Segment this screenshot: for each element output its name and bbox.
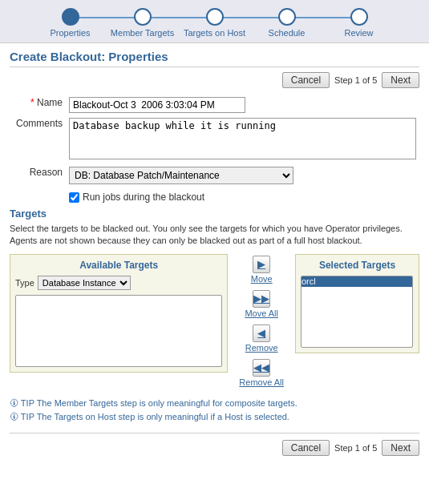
move-arrow-icon: ▶ (253, 256, 270, 273)
remove-all-label: Remove All (239, 377, 284, 387)
available-targets-listbox[interactable] (15, 295, 222, 367)
move-label: Move (251, 274, 273, 284)
comments-label: Comments (16, 118, 63, 129)
reason-select-cell: DB: Database Patch/Maintenance Hardware … (66, 164, 419, 187)
reason-select[interactable]: DB: Database Patch/Maintenance Hardware … (69, 167, 293, 184)
step-label-host: Targets on Host (184, 28, 245, 38)
cancel-button-bottom[interactable]: Cancel (282, 440, 330, 456)
remove-all-arrow-icon: ◀◀ (253, 359, 270, 377)
top-action-bar: Cancel Step 1 of 5 Next (10, 72, 419, 88)
page-title: Create Blackout: Properties (10, 50, 419, 67)
step-schedule[interactable]: Schedule (251, 8, 323, 38)
next-button-top[interactable]: Next (382, 72, 419, 88)
targets-section-title: Targets (10, 208, 419, 220)
reason-row: Reason DB: Database Patch/Maintenance Ha… (10, 164, 419, 187)
tip-text-0: TIP The Member Targets step is only mean… (21, 398, 297, 408)
name-input-cell (66, 95, 419, 115)
cancel-button-top[interactable]: Cancel (282, 72, 330, 88)
form-table: * Name Comments Database backup while it… (10, 95, 419, 187)
comments-input-cell: Database backup while it is running (66, 115, 419, 164)
remove-all-button[interactable]: ◀◀ Remove All (237, 357, 285, 389)
available-targets-panel: Available Targets Type Database Instance… (10, 254, 228, 373)
step-review[interactable]: Review (323, 8, 395, 38)
name-label-cell: * Name (10, 95, 66, 115)
step-info-top: Step 1 of 5 (334, 75, 377, 85)
step-circle-properties (62, 8, 79, 26)
bottom-action-bar: Cancel Step 1 of 5 Next (10, 433, 419, 456)
reason-label: Reason (30, 167, 63, 178)
selected-targets-panel: Selected Targets orcl (295, 254, 419, 353)
step-circle-host (206, 8, 224, 26)
step-member-targets[interactable]: Member Targets (107, 8, 179, 38)
available-panel-title: Available Targets (15, 260, 222, 271)
step-label-review: Review (344, 28, 373, 38)
selected-item-orcl[interactable]: orcl (302, 276, 412, 287)
comments-label-cell: Comments (10, 115, 66, 164)
move-buttons-column: ▶ Move ▶▶ Move All ◀ Remove ◀◀ Remove Al… (234, 254, 289, 389)
reason-label-cell: Reason (10, 164, 66, 187)
next-button-bottom[interactable]: Next (382, 440, 419, 456)
selected-targets-listbox[interactable]: orcl (301, 276, 413, 348)
checkbox-row: Run jobs during the blackout (69, 192, 419, 203)
name-input[interactable] (69, 97, 245, 113)
step-info-bottom: Step 1 of 5 (334, 443, 377, 453)
tips-section: 🛈 TIP The Member Targets step is only me… (10, 397, 419, 425)
step-circle-schedule (278, 8, 296, 26)
required-star: * (30, 97, 34, 108)
type-row: Type Database Instance Host Cluster Appl… (15, 276, 222, 290)
wizard-steps: Properties Member Targets Targets on Hos… (0, 0, 429, 43)
run-jobs-label: Run jobs during the blackout (83, 192, 204, 203)
page-content: Create Blackout: Properties Cancel Step … (0, 43, 429, 462)
comments-row: Comments Database backup while it is run… (10, 115, 419, 164)
move-all-button[interactable]: ▶▶ Move All (243, 288, 280, 320)
targets-description: Select the targets to be blacked out. Yo… (10, 223, 419, 248)
tip-icon-1: 🛈 (10, 412, 18, 421)
step-label-schedule: Schedule (269, 28, 306, 38)
name-label: Name (37, 97, 63, 108)
move-button[interactable]: ▶ Move (249, 254, 274, 285)
step-circle-review (350, 8, 368, 26)
comments-textarea[interactable]: Database backup while it is running (69, 118, 416, 159)
tip-0: 🛈 TIP The Member Targets step is only me… (10, 397, 419, 411)
tip-icon-0: 🛈 (10, 398, 18, 408)
remove-arrow-icon: ◀ (253, 325, 270, 342)
name-row: * Name (10, 95, 419, 115)
remove-label: Remove (245, 343, 278, 353)
move-all-arrow-icon: ▶▶ (253, 290, 270, 308)
run-jobs-checkbox[interactable] (69, 192, 79, 203)
tip-1: 🛈 TIP The Targets on Host step is only m… (10, 410, 419, 425)
step-label-member: Member Targets (111, 28, 174, 38)
tip-text-1: TIP The Targets on Host step is only mea… (21, 412, 289, 421)
targets-layout: Available Targets Type Database Instance… (10, 254, 419, 389)
move-all-label: Move All (245, 308, 278, 318)
step-label-properties: Properties (50, 28, 90, 38)
type-select[interactable]: Database Instance Host Cluster Applicati… (38, 276, 131, 290)
remove-button[interactable]: ◀ Remove (244, 323, 280, 354)
selected-panel-title: Selected Targets (301, 260, 414, 271)
step-circle-member (134, 8, 152, 26)
type-label: Type (15, 278, 34, 288)
step-targets-on-host[interactable]: Targets on Host (179, 8, 251, 38)
step-properties[interactable]: Properties (34, 8, 107, 38)
